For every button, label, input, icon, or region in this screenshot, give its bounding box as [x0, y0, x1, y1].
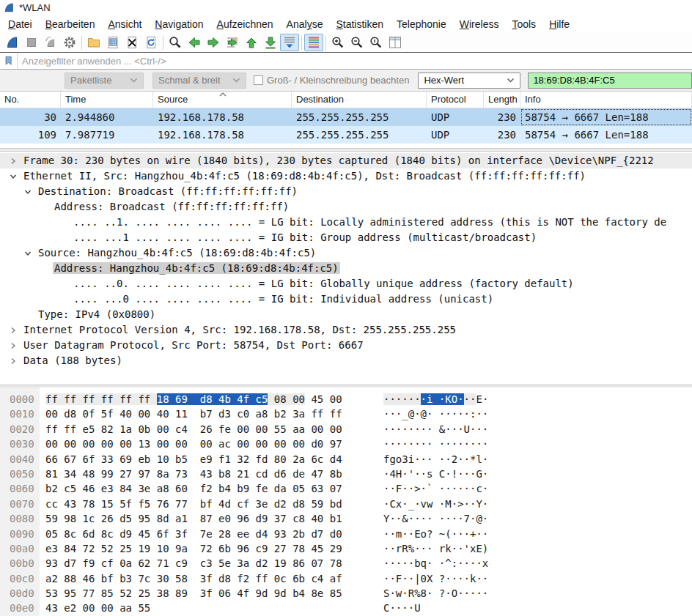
- detail-text: Data (188 bytes): [23, 355, 122, 366]
- hex-row-00d0[interactable]: 00d053 95 77 85 52 25 38 89 3f 06 4f 9d …: [0, 586, 692, 601]
- menu-ansicht[interactable]: Ansicht: [101, 17, 148, 31]
- auto-scroll-button[interactable]: [280, 34, 299, 51]
- go-to-packet-button[interactable]: [223, 34, 242, 51]
- hex-offset: 0060: [10, 481, 34, 496]
- detail-line[interactable]: .... ..1. .... .... .... .... = LG bit: …: [0, 215, 692, 230]
- file-open-button[interactable]: [84, 34, 103, 51]
- wireshark-start-button[interactable]: [3, 34, 22, 51]
- detail-line[interactable]: .... ..0. .... .... .... .... = LG bit: …: [0, 276, 692, 292]
- ascii-bytes: ·4H·'··s C·!···G·: [383, 467, 488, 481]
- detail-line[interactable]: User Datagram Protocol, Src Port: 58754,…: [0, 338, 692, 353]
- hex-row-00a0[interactable]: 00a0e3 84 72 52 25 19 10 9a 72 6b 96 c9 …: [0, 541, 692, 556]
- menu-navigation[interactable]: Navigation: [148, 17, 210, 31]
- detail-line[interactable]: Source: Hangzhou_4b:4f:c5 (18:69:d8:4b:4…: [0, 245, 692, 261]
- expand-arrow-icon[interactable]: [10, 342, 17, 349]
- go-previous-button[interactable]: [185, 34, 204, 51]
- search-scope-combo[interactable]: Paketliste: [65, 73, 144, 89]
- hex-row-0060[interactable]: 0060b2 c5 46 e3 84 3e a8 60 f2 b4 b9 fe …: [0, 481, 692, 496]
- packet-bytes-pane: 0000ff ff ff ff ff ff 18 69 d8 4b 4f c5 …: [0, 387, 692, 616]
- search-format-combo[interactable]: Schmal & breit: [152, 73, 246, 89]
- detail-line[interactable]: .... ...1 .... .... .... .... = IG bit: …: [0, 230, 692, 245]
- file-close-button[interactable]: [122, 34, 141, 51]
- zoom-out-button[interactable]: [347, 34, 367, 51]
- menu-wireless[interactable]: Wireless: [453, 17, 506, 31]
- detail-line[interactable]: Type: IPv4 (0x0800): [0, 307, 692, 322]
- hex-row-00b0[interactable]: 00b093 d7 f9 cf 0a 62 71 c9 c3 5e 3a d2 …: [0, 556, 692, 571]
- go-last-button[interactable]: [261, 34, 280, 51]
- expand-arrow-icon[interactable]: [10, 327, 17, 334]
- menu-tools[interactable]: Tools: [505, 17, 542, 31]
- menu-datei[interactable]: Datei: [1, 17, 39, 31]
- detail-line[interactable]: Data (188 bytes): [0, 353, 692, 368]
- display-filter-input[interactable]: Anzeigefilter anwenden ... <Ctrl-/>: [18, 56, 166, 67]
- capture-stop-button[interactable]: [22, 34, 41, 51]
- go-first-button[interactable]: [242, 34, 261, 51]
- collapse-arrow-icon[interactable]: [10, 173, 17, 180]
- menu-bearbeiten[interactable]: Bearbeiten: [39, 17, 102, 31]
- hex-row-0000[interactable]: 0000ff ff ff ff ff ff 18 69 d8 4b 4f c5 …: [0, 392, 692, 407]
- search-type-combo[interactable]: Hex-Wert: [418, 73, 520, 89]
- capture-options-button[interactable]: [60, 34, 79, 51]
- hex-row-0050[interactable]: 005081 34 48 99 27 97 8a 73 43 b8 21 cd …: [0, 467, 692, 481]
- packet-row-30[interactable]: 302.944860192.168.178.58255.255.255.255U…: [0, 108, 692, 126]
- resize-columns-button[interactable]: [386, 34, 405, 51]
- zoom-original-button[interactable]: [367, 34, 386, 51]
- collapse-arrow-icon[interactable]: [24, 250, 32, 257]
- ascii-bytes: ········ ········: [383, 437, 488, 451]
- filter-bookmark-icon[interactable]: [0, 53, 18, 69]
- case-sensitive-checkbox[interactable]: [254, 75, 263, 85]
- menu-hilfe[interactable]: Hilfe: [542, 17, 576, 31]
- chevron-down-icon: [232, 78, 240, 83]
- search-scope-value: Paketliste: [70, 75, 111, 86]
- file-open-icon: [86, 35, 101, 50]
- packet-row-109[interactable]: 1097.987719192.168.178.58255.255.255.255…: [0, 126, 692, 144]
- expand-arrow-icon[interactable]: [10, 157, 17, 165]
- column-header-destination[interactable]: Destination: [292, 92, 427, 108]
- find-packet-button[interactable]: [166, 34, 185, 51]
- expand-arrow-icon[interactable]: [10, 357, 17, 365]
- hex-row-0020[interactable]: 0020ff ff e5 82 1a 0b 00 c4 26 fe 00 00 …: [0, 422, 692, 437]
- menu-analyse[interactable]: Analyse: [280, 17, 330, 31]
- capture-restart-button[interactable]: [41, 34, 60, 51]
- menu-statistiken[interactable]: Statistiken: [329, 17, 390, 31]
- detail-line[interactable]: Destination: Broadcast (ff:ff:ff:ff:ff:f…: [0, 184, 692, 199]
- hex-row-0090[interactable]: 009005 8c 6d 8c d9 45 6f 3f 7e 28 ee d4 …: [0, 527, 692, 541]
- column-header-info[interactable]: Info: [520, 92, 692, 108]
- menu-telephonie[interactable]: Telephonie: [390, 17, 453, 31]
- search-query-value: 18:69:D8:4B:4F:C5: [533, 75, 614, 86]
- search-query-input[interactable]: 18:69:D8:4B:4F:C5: [528, 73, 692, 89]
- capture-restart-icon: [43, 35, 58, 50]
- cell-destination: 255.255.255.255: [292, 126, 427, 144]
- hex-row-0040[interactable]: 004066 67 6f 33 69 eb 10 b5 e9 f1 32 fd …: [0, 452, 692, 467]
- ascii-bytes: ··F··|0X ?····k··: [383, 571, 488, 586]
- column-header-source[interactable]: Source: [153, 92, 292, 108]
- column-header-no[interactable]: No.: [0, 92, 61, 108]
- hex-row-0070[interactable]: 0070cc 43 78 15 5f f5 76 77 bf 4d cf 3e …: [0, 497, 692, 511]
- file-save-button[interactable]: [103, 34, 122, 51]
- detail-line[interactable]: Internet Protocol Version 4, Src: 192.16…: [0, 322, 692, 338]
- reload-button[interactable]: [141, 34, 161, 51]
- detail-line[interactable]: Address: Broadcast (ff:ff:ff:ff:ff:ff): [0, 199, 692, 215]
- column-header-protocol[interactable]: Protocol: [427, 92, 484, 108]
- hex-row-00c0[interactable]: 00c0a2 88 46 bf b3 7c 30 58 3f d8 f2 ff …: [0, 571, 692, 586]
- detail-line[interactable]: Ethernet II, Src: Hangzhou_4b:4f:c5 (18:…: [0, 168, 692, 184]
- zoom-in-button[interactable]: [328, 34, 347, 51]
- menu-aufzeichnen[interactable]: Aufzeichnen: [210, 17, 280, 31]
- detail-line[interactable]: Address: Hangzhou_4b:4f:c5 (18:69:d8:4b:…: [0, 261, 692, 276]
- hex-row-00e0[interactable]: 00e043 e2 00 00 aa 55C····U: [0, 601, 692, 615]
- go-next-button[interactable]: [204, 34, 223, 51]
- hex-offset: 0080: [10, 511, 34, 526]
- hex-offset: 0010: [10, 407, 34, 421]
- detail-line[interactable]: Frame 30: 230 bytes on wire (1840 bits),…: [0, 153, 692, 168]
- colorize-button[interactable]: [304, 34, 323, 51]
- column-header-time[interactable]: Time: [61, 92, 153, 108]
- ascii-bytes: fgo3i··· ··2··*l·: [383, 452, 488, 467]
- cell-no: 109: [0, 126, 61, 144]
- ascii-bytes: Y··&···· ····7·@·: [383, 511, 488, 526]
- hex-row-0030[interactable]: 003000 00 00 00 00 13 00 00 00 ac 00 00 …: [0, 437, 692, 451]
- collapse-arrow-icon[interactable]: [24, 188, 32, 196]
- hex-row-0010[interactable]: 001000 d8 0f 5f 40 00 40 11 b7 d3 c0 a8 …: [0, 407, 692, 421]
- hex-row-0080[interactable]: 008059 98 1c 26 d5 95 8d a1 87 e0 96 d9 …: [0, 511, 692, 526]
- column-header-length[interactable]: Length: [484, 92, 520, 108]
- detail-line[interactable]: .... ...0 .... .... .... .... = IG bit: …: [0, 292, 692, 307]
